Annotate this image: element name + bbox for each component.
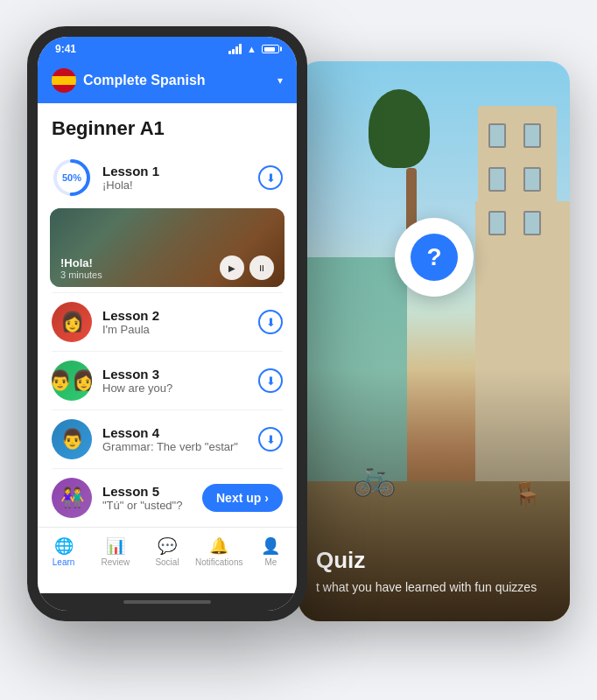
building-window: [523, 123, 541, 148]
video-duration: 3 minutes: [60, 270, 220, 280]
video-play-button[interactable]: ▶: [220, 256, 244, 280]
lesson1-progress-circle: 50%: [52, 158, 92, 198]
building-decoration: [478, 106, 557, 281]
home-indicator: [38, 593, 297, 611]
signal-icon: [228, 44, 242, 54]
lesson1-download-icon[interactable]: ⬇: [258, 165, 283, 190]
lesson5-title: Lesson 5: [102, 484, 192, 499]
chevron-down-icon[interactable]: ▾: [277, 74, 283, 87]
lesson3-title: Lesson 3: [102, 367, 248, 382]
status-icons: ▲: [228, 44, 279, 54]
phone-frame: 9:41 ▲: [27, 26, 307, 621]
lesson5-subtitle: "Tú" or "usted"?: [102, 499, 192, 512]
building-window: [488, 123, 506, 148]
app-content: Beginner A1 50% Lesson 1 ¡Hola! ⬇: [38, 103, 297, 593]
social-icon: 💬: [158, 536, 177, 556]
lesson3-subtitle: How are you?: [102, 382, 248, 395]
lesson4-avatar: 👨: [52, 419, 92, 459]
lesson4-info: Lesson 4 Grammar: The verb "estar": [102, 425, 248, 453]
lesson-item[interactable]: 👩 Lesson 2 I'm Paula ⬇: [38, 293, 297, 351]
lesson5-avatar: 👫: [52, 478, 92, 518]
nav-social-label: Social: [155, 557, 179, 567]
quiz-card: 🚲 🪑 ? Quiz t what you have learned with …: [298, 61, 570, 621]
lesson2-info: Lesson 2 I'm Paula: [102, 308, 248, 336]
scene: 🚲 🪑 ? Quiz t what you have learned with …: [27, 26, 570, 674]
video-pause-button[interactable]: ⏸: [249, 256, 274, 280]
nav-notifications-label: Notifications: [195, 557, 242, 567]
nav-me[interactable]: 👤 Me: [245, 536, 297, 567]
bottom-nav: 🌐 Learn 📊 Review 💬 Social 🔔 Notification…: [38, 527, 297, 579]
section-title: Beginner A1: [38, 103, 297, 149]
lesson1-subtitle: ¡Hola!: [102, 178, 248, 192]
building-window: [523, 167, 541, 192]
lesson4-subtitle: Grammar: The verb "estar": [102, 440, 248, 453]
nav-review-label: Review: [101, 557, 130, 567]
lesson2-title: Lesson 2: [102, 308, 248, 323]
lesson1-title: Lesson 1: [102, 164, 248, 178]
spain-flag-icon: [52, 68, 76, 93]
tree-top: [369, 89, 430, 168]
status-time: 9:41: [55, 43, 76, 55]
quiz-overlay: Quiz t what you have learned with fun qu…: [298, 369, 570, 621]
lesson3-download-icon[interactable]: ⬇: [258, 368, 283, 393]
nav-notifications[interactable]: 🔔 Notifications: [193, 536, 245, 567]
nav-learn[interactable]: 🌐 Learn: [38, 536, 89, 567]
lesson2-download-icon[interactable]: ⬇: [258, 310, 283, 334]
video-overlay: !Hola! 3 minutes ▶ ⏸: [50, 208, 284, 287]
quiz-title: Quiz: [316, 547, 365, 574]
building-window: [488, 167, 506, 192]
building-window: [523, 211, 541, 235]
learn-icon: 🌐: [54, 536, 74, 556]
wifi-icon: ▲: [247, 44, 256, 54]
phone-screen: 9:41 ▲: [38, 37, 297, 611]
lesson1-info: Lesson 1 ¡Hola!: [102, 164, 248, 192]
quiz-question-mark: ?: [411, 234, 458, 281]
video-controls: ▶ ⏸: [220, 256, 274, 280]
nav-learn-label: Learn: [53, 557, 75, 567]
lesson3-info: Lesson 3 How are you?: [102, 367, 248, 395]
me-icon: 👤: [261, 536, 280, 556]
lesson-item[interactable]: 50% Lesson 1 ¡Hola! ⬇: [38, 149, 297, 206]
lesson-item[interactable]: 👨 Lesson 4 Grammar: The verb "estar" ⬇: [38, 410, 297, 468]
video-card[interactable]: !Hola! 3 minutes ▶ ⏸: [50, 208, 284, 287]
lesson-item[interactable]: 👫 Lesson 5 "Tú" or "usted"? Next up ›: [38, 469, 297, 527]
home-bar: [123, 600, 211, 604]
lesson4-title: Lesson 4: [102, 425, 248, 440]
app-header: Complete Spanish ▾: [38, 61, 297, 103]
lesson2-subtitle: I'm Paula: [102, 323, 248, 336]
lesson4-download-icon[interactable]: ⬇: [258, 427, 283, 452]
quiz-scene: 🚲 🪑 ? Quiz t what you have learned with …: [298, 61, 570, 621]
notifications-icon: 🔔: [209, 536, 228, 556]
nav-me-label: Me: [264, 557, 277, 567]
status-bar: 9:41 ▲: [38, 37, 297, 61]
nav-review[interactable]: 📊 Review: [89, 536, 141, 567]
lesson-item[interactable]: 👨‍👩 Lesson 3 How are you? ⬇: [38, 352, 297, 410]
building-window: [488, 211, 506, 235]
video-info: !Hola! 3 minutes: [60, 256, 220, 280]
lesson1-progress-text: 50%: [62, 172, 81, 183]
video-title: !Hola!: [60, 256, 220, 270]
app-title: Complete Spanish: [83, 73, 270, 88]
lesson5-info: Lesson 5 "Tú" or "usted"?: [102, 484, 192, 512]
quiz-circle-icon: ?: [395, 218, 474, 297]
battery-icon: [262, 45, 279, 53]
nav-social[interactable]: 💬 Social: [141, 536, 193, 567]
quiz-subtitle: t what you have learned with fun quizzes: [316, 579, 537, 597]
lesson3-avatar: 👨‍👩: [52, 360, 92, 401]
next-up-button[interactable]: Next up ›: [202, 484, 283, 512]
battery-fill: [264, 47, 276, 52]
lesson2-avatar: 👩: [52, 302, 92, 342]
review-icon: 📊: [106, 536, 125, 556]
